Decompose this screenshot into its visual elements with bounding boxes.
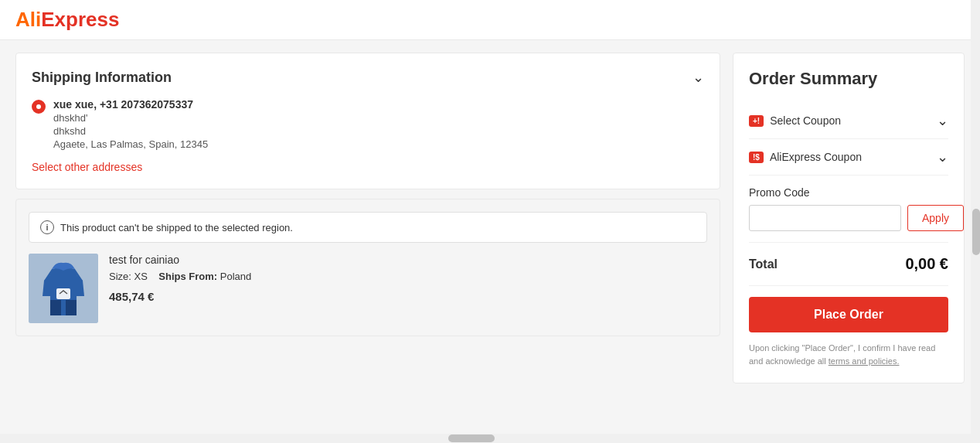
- address-radio[interactable]: [32, 100, 46, 114]
- disclaimer: Upon clicking "Place Order", I confirm I…: [749, 342, 948, 367]
- product-details: test for cainiao Size: XS Ships From: Po…: [109, 254, 251, 303]
- product-card: i This product can't be shipped to the s…: [15, 199, 720, 336]
- product-row: test for cainiao Size: XS Ships From: Po…: [29, 254, 707, 323]
- product-image: [29, 254, 98, 323]
- address-row: xue xue, +31 207362075337 dhskhd' dhkshd…: [32, 98, 704, 150]
- coupon-left: +! Select Coupon: [749, 114, 841, 127]
- promo-code-input[interactable]: [749, 205, 901, 231]
- select-other-addresses-link[interactable]: Select other addresses: [32, 161, 142, 173]
- aliexpress-coupon-left: !$ AliExpress Coupon: [749, 151, 862, 163]
- header: AliExpress: [0, 0, 980, 40]
- select-coupon-row[interactable]: +! Select Coupon ⌄: [749, 103, 948, 139]
- address-line3: Agaete, Las Palmas, Spain, 12345: [53, 138, 208, 150]
- size-value: XS: [134, 271, 148, 282]
- shipping-card: Shipping Information ⌄ xue xue, +31 2073…: [15, 53, 720, 189]
- ships-value: Poland: [220, 271, 251, 282]
- promo-code-section: Promo Code Apply: [749, 175, 948, 243]
- coupon-chevron-icon[interactable]: ⌄: [937, 112, 948, 129]
- warning-banner: i This product can't be shipped to the s…: [29, 212, 707, 243]
- customer-name: xue xue, +31 207362075337: [53, 98, 208, 111]
- order-summary-title: Order Summary: [749, 69, 948, 89]
- product-price: 485,74 €: [109, 290, 251, 303]
- shipping-collapse-icon[interactable]: ⌄: [692, 69, 704, 86]
- address-line2: dhkshd: [53, 125, 208, 137]
- total-row: Total 0,00 €: [749, 243, 948, 286]
- vertical-scrollbar[interactable]: [971, 0, 980, 396]
- address-line1: dhskhd': [53, 112, 208, 124]
- place-order-button[interactable]: Place Order: [749, 297, 948, 332]
- promo-code-label: Promo Code: [749, 186, 948, 199]
- order-summary-card: Order Summary +! Select Coupon ⌄ !$ AliE…: [733, 53, 965, 383]
- total-label: Total: [749, 257, 778, 271]
- logo-ali: Ali: [15, 8, 41, 31]
- aliexpress-coupon-chevron-icon[interactable]: ⌄: [937, 148, 948, 165]
- scrollbar-thumb[interactable]: [972, 209, 980, 255]
- right-column: Order Summary +! Select Coupon ⌄ !$ AliE…: [733, 53, 965, 383]
- shipping-title: Shipping Information: [32, 70, 172, 86]
- shipping-header: Shipping Information ⌄: [32, 69, 704, 86]
- svg-rect-3: [66, 300, 77, 315]
- svg-rect-2: [50, 300, 61, 315]
- aliexpress-coupon-row[interactable]: !$ AliExpress Coupon ⌄: [749, 139, 948, 175]
- disclaimer-link[interactable]: terms and policies.: [829, 356, 900, 366]
- product-name: test for cainiao: [109, 254, 251, 266]
- warning-text: This product can't be shipped to the sel…: [60, 222, 293, 233]
- apply-button[interactable]: Apply: [907, 205, 964, 231]
- promo-input-row: Apply: [749, 205, 948, 231]
- left-column: Shipping Information ⌄ xue xue, +31 2073…: [15, 53, 720, 383]
- total-amount: 0,00 €: [905, 255, 948, 273]
- product-meta: Size: XS Ships From: Poland: [109, 271, 251, 282]
- size-label: Size:: [109, 271, 131, 282]
- ships-label: Ships From:: [158, 271, 217, 282]
- radio-inner: [36, 104, 41, 109]
- logo-express: Express: [41, 8, 119, 31]
- address-info: xue xue, +31 207362075337 dhskhd' dhkshd…: [53, 98, 208, 150]
- logo: AliExpress: [15, 8, 965, 32]
- coupon-badge: +!: [749, 115, 764, 127]
- aliexpress-coupon-badge: !$: [749, 152, 764, 163]
- page-content: Shipping Information ⌄ xue xue, +31 2073…: [0, 40, 980, 396]
- info-icon: i: [40, 220, 54, 234]
- aliexpress-coupon-label: AliExpress Coupon: [770, 151, 862, 163]
- select-coupon-label: Select Coupon: [770, 114, 841, 127]
